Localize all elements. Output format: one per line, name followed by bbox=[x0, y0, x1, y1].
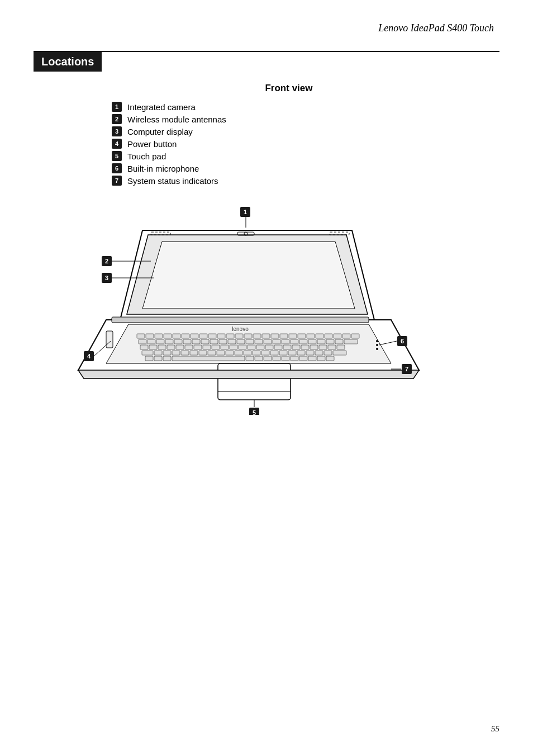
svg-rect-33 bbox=[334, 334, 341, 338]
svg-rect-21 bbox=[226, 334, 234, 338]
svg-rect-45 bbox=[219, 339, 227, 344]
svg-marker-3 bbox=[144, 243, 354, 308]
svg-rect-53 bbox=[291, 339, 298, 344]
badge-6: 6 bbox=[112, 163, 122, 173]
svg-rect-72 bbox=[248, 345, 255, 349]
svg-rect-76 bbox=[283, 345, 291, 349]
svg-rect-109 bbox=[246, 356, 254, 361]
svg-rect-74 bbox=[265, 345, 273, 349]
svg-rect-14 bbox=[164, 334, 172, 338]
svg-point-122 bbox=[376, 344, 378, 346]
svg-rect-115 bbox=[299, 356, 307, 361]
svg-rect-92 bbox=[226, 351, 234, 355]
svg-rect-113 bbox=[282, 356, 289, 361]
svg-rect-27 bbox=[280, 334, 288, 338]
svg-rect-49 bbox=[255, 339, 263, 344]
svg-rect-86 bbox=[172, 351, 180, 355]
svg-rect-39 bbox=[165, 339, 173, 344]
svg-text:7: 7 bbox=[405, 366, 408, 372]
svg-rect-34 bbox=[342, 334, 350, 338]
item-label-1: Integrated camera bbox=[127, 102, 196, 112]
svg-rect-90 bbox=[208, 351, 216, 355]
svg-rect-124 bbox=[112, 317, 369, 323]
svg-rect-118 bbox=[326, 356, 334, 361]
svg-rect-68 bbox=[212, 345, 220, 349]
svg-rect-62 bbox=[158, 345, 166, 349]
page-number: 55 bbox=[491, 724, 499, 734]
svg-rect-87 bbox=[181, 351, 189, 355]
svg-rect-102 bbox=[315, 351, 323, 355]
svg-rect-29 bbox=[298, 334, 306, 338]
item-label-6: Built-in microphone bbox=[127, 164, 199, 173]
svg-rect-85 bbox=[163, 351, 171, 355]
svg-rect-52 bbox=[282, 339, 289, 344]
svg-rect-66 bbox=[194, 345, 202, 349]
svg-rect-96 bbox=[261, 351, 269, 355]
badge-2: 2 bbox=[112, 114, 122, 124]
svg-rect-37 bbox=[147, 339, 155, 344]
svg-rect-35 bbox=[351, 334, 359, 338]
item-label-5: Touch pad bbox=[127, 152, 166, 161]
svg-rect-18 bbox=[199, 334, 207, 338]
svg-rect-95 bbox=[253, 351, 260, 355]
locations-section: Locations Front view 1 Integrated camera… bbox=[34, 52, 499, 415]
svg-rect-57 bbox=[326, 339, 334, 344]
svg-rect-100 bbox=[297, 351, 305, 355]
svg-rect-97 bbox=[270, 351, 278, 355]
svg-rect-12 bbox=[146, 334, 154, 338]
svg-rect-82 bbox=[337, 345, 345, 349]
svg-text:6: 6 bbox=[401, 338, 404, 344]
svg-rect-47 bbox=[237, 339, 245, 344]
svg-rect-56 bbox=[317, 339, 325, 344]
svg-point-121 bbox=[376, 340, 378, 342]
svg-rect-23 bbox=[244, 334, 252, 338]
svg-rect-88 bbox=[190, 351, 198, 355]
svg-rect-83 bbox=[142, 351, 153, 355]
svg-rect-25 bbox=[262, 334, 270, 338]
svg-point-123 bbox=[376, 348, 378, 350]
svg-rect-80 bbox=[319, 345, 327, 349]
svg-rect-48 bbox=[246, 339, 254, 344]
svg-rect-108 bbox=[172, 356, 245, 361]
svg-rect-91 bbox=[217, 351, 225, 355]
list-item: 7 System status indicators bbox=[112, 176, 499, 186]
svg-rect-110 bbox=[255, 356, 263, 361]
svg-rect-46 bbox=[228, 339, 236, 344]
svg-rect-99 bbox=[288, 351, 296, 355]
list-item: 5 Touch pad bbox=[112, 151, 499, 161]
item-label-4: Power button bbox=[127, 139, 177, 149]
svg-rect-30 bbox=[307, 334, 315, 338]
svg-rect-61 bbox=[149, 345, 157, 349]
svg-rect-54 bbox=[299, 339, 307, 344]
svg-rect-31 bbox=[316, 334, 323, 338]
svg-rect-11 bbox=[137, 334, 145, 338]
svg-rect-119 bbox=[218, 363, 291, 400]
svg-rect-40 bbox=[174, 339, 182, 344]
svg-rect-22 bbox=[235, 334, 243, 338]
badge-3: 3 bbox=[112, 126, 122, 136]
laptop-svg: lenovo bbox=[56, 197, 436, 415]
list-item: 3 Computer display bbox=[112, 126, 499, 136]
page: Lenovo IdeaPad S400 Touch Locations Fron… bbox=[0, 0, 533, 756]
svg-rect-77 bbox=[292, 345, 300, 349]
svg-rect-24 bbox=[253, 334, 261, 338]
svg-rect-38 bbox=[156, 339, 164, 344]
header-title: Lenovo IdeaPad S400 Touch bbox=[34, 22, 499, 34]
svg-rect-116 bbox=[308, 356, 316, 361]
item-label-7: System status indicators bbox=[127, 176, 218, 186]
svg-rect-69 bbox=[221, 345, 229, 349]
svg-text:1: 1 bbox=[244, 209, 247, 215]
svg-rect-41 bbox=[183, 339, 191, 344]
svg-rect-20 bbox=[217, 334, 225, 338]
svg-rect-93 bbox=[235, 351, 242, 355]
svg-rect-98 bbox=[279, 351, 287, 355]
svg-rect-51 bbox=[273, 339, 280, 344]
badge-5: 5 bbox=[112, 151, 122, 161]
item-label-3: Computer display bbox=[127, 127, 193, 136]
svg-rect-26 bbox=[271, 334, 279, 338]
svg-rect-114 bbox=[291, 356, 298, 361]
svg-rect-28 bbox=[289, 334, 297, 338]
list-item: 2 Wireless module antennas bbox=[112, 114, 499, 124]
svg-rect-32 bbox=[325, 334, 332, 338]
svg-rect-94 bbox=[244, 351, 251, 355]
